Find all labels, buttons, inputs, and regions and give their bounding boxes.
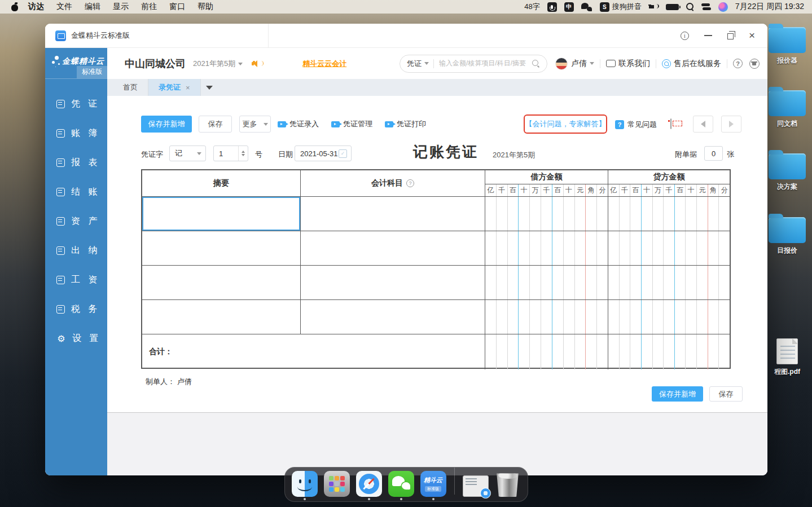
save-button[interactable]: 保存 bbox=[199, 116, 232, 133]
next-voucher-button[interactable] bbox=[721, 116, 741, 133]
faq-link[interactable]: ?常见问题 bbox=[615, 120, 657, 130]
digit-cell[interactable] bbox=[719, 266, 730, 299]
digit-cell[interactable] bbox=[497, 300, 508, 334]
digit-cell[interactable] bbox=[697, 231, 708, 265]
wechat-icon[interactable] bbox=[581, 3, 592, 11]
date-input[interactable]: 2021-05-31✓ bbox=[295, 146, 352, 161]
period-selector[interactable]: 2021年第5期 bbox=[193, 59, 243, 69]
digit-cell[interactable] bbox=[530, 197, 541, 231]
dock-item-launchpad[interactable] bbox=[324, 471, 350, 497]
window-titlebar[interactable]: 金蝶精斗云标准版 i × bbox=[45, 24, 767, 48]
sidebar-item-账簿[interactable]: 账 簿 bbox=[45, 118, 107, 148]
digit-cell[interactable] bbox=[564, 300, 575, 334]
digit-cell[interactable] bbox=[497, 266, 508, 299]
digit-cell[interactable]: 角 bbox=[586, 184, 597, 196]
user-name[interactable]: 卢倩 bbox=[571, 59, 587, 69]
sidebar-item-设置[interactable]: ⚙设 置 bbox=[45, 324, 107, 353]
digit-cell[interactable]: 分 bbox=[597, 184, 608, 196]
digit-cell[interactable]: 元 bbox=[575, 184, 586, 196]
digit-cell[interactable] bbox=[575, 231, 586, 265]
more-button[interactable]: 更多 bbox=[239, 116, 271, 133]
dock-item-safari[interactable] bbox=[356, 471, 382, 497]
digit-cell[interactable]: 分 bbox=[719, 184, 730, 196]
tab-录凭证[interactable]: 录凭证× bbox=[148, 79, 201, 96]
digit-cell[interactable] bbox=[653, 300, 664, 334]
digit-cell[interactable] bbox=[552, 197, 564, 231]
digit-cell[interactable]: 角 bbox=[708, 184, 719, 196]
digit-cell[interactable] bbox=[675, 300, 686, 334]
desktop-icon-决方案[interactable]: 决方案 bbox=[763, 153, 811, 192]
digit-cell[interactable] bbox=[620, 266, 631, 299]
desktop-icon-程图.pdf[interactable]: 程图.pdf bbox=[763, 338, 811, 377]
spotlight-icon[interactable] bbox=[686, 3, 694, 11]
digit-cell[interactable]: 十 bbox=[564, 184, 575, 196]
account-cell[interactable] bbox=[301, 300, 485, 334]
digit-cell[interactable]: 百 bbox=[675, 184, 686, 196]
digit-cell[interactable] bbox=[552, 266, 564, 299]
help-icon[interactable]: ? bbox=[733, 59, 743, 68]
menu-datetime[interactable]: 7月22日 周四 19:32 bbox=[735, 2, 804, 12]
digit-cell[interactable] bbox=[642, 197, 653, 231]
digit-cell[interactable] bbox=[497, 231, 508, 265]
digit-cell[interactable]: 十 bbox=[519, 184, 530, 196]
digit-cell[interactable] bbox=[597, 334, 608, 369]
desktop-icon-目报价[interactable]: 目报价 bbox=[763, 217, 811, 255]
sidebar-item-资产[interactable]: 资 产 bbox=[45, 206, 107, 236]
save-and-new-button-bottom[interactable]: 保存并新增 bbox=[652, 386, 703, 402]
number-stepper[interactable] bbox=[238, 146, 248, 161]
digit-cell[interactable] bbox=[642, 231, 653, 265]
sidebar-item-结账[interactable]: 结 账 bbox=[45, 177, 107, 206]
digit-cell[interactable] bbox=[719, 334, 730, 369]
digit-cell[interactable]: 千 bbox=[497, 184, 508, 196]
digit-cell[interactable] bbox=[642, 300, 653, 334]
digit-cell[interactable] bbox=[653, 266, 664, 299]
search-category[interactable]: 凭证 bbox=[407, 59, 422, 69]
promo-link[interactable]: 精斗云云会计 bbox=[302, 59, 346, 69]
control-center-icon[interactable] bbox=[701, 3, 711, 11]
desktop-icon-报价器[interactable]: 报价器 bbox=[763, 27, 811, 65]
prev-voucher-button[interactable] bbox=[693, 116, 713, 133]
digit-cell[interactable] bbox=[608, 300, 620, 334]
digit-cell[interactable] bbox=[664, 231, 675, 265]
account-cell[interactable] bbox=[301, 266, 485, 299]
sidebar-item-税务[interactable]: 税 务 bbox=[45, 294, 107, 324]
digit-cell[interactable] bbox=[485, 334, 497, 369]
digit-cell[interactable] bbox=[642, 266, 653, 299]
summary-cell[interactable] bbox=[142, 197, 301, 231]
global-search[interactable]: 凭证 输入金额/核算项目/科目/摘要 bbox=[400, 55, 547, 73]
keyboard-shortcuts-icon[interactable] bbox=[670, 118, 671, 129]
digit-cell[interactable] bbox=[708, 266, 719, 299]
digit-cell[interactable]: 万 bbox=[653, 184, 664, 196]
digit-cell[interactable] bbox=[586, 334, 597, 369]
digit-cell[interactable] bbox=[686, 300, 697, 334]
digit-cell[interactable] bbox=[642, 334, 653, 369]
digit-cell[interactable] bbox=[564, 266, 575, 299]
digit-cell[interactable] bbox=[597, 231, 608, 265]
digit-cell[interactable] bbox=[719, 231, 730, 265]
digit-cell[interactable] bbox=[664, 334, 675, 369]
tab-首页[interactable]: 首页 bbox=[113, 79, 148, 96]
digit-cell[interactable] bbox=[697, 197, 708, 231]
dock-item-jdy[interactable]: 精斗云标准版 bbox=[420, 471, 446, 497]
digit-cell[interactable] bbox=[708, 334, 719, 369]
sidebar-item-报表[interactable]: 报 表 bbox=[45, 148, 107, 177]
digit-cell[interactable] bbox=[620, 197, 631, 231]
save-and-new-button[interactable]: 保存并新增 bbox=[141, 116, 192, 133]
digit-cell[interactable]: 亿 bbox=[608, 184, 620, 196]
sidebar-item-出纳[interactable]: 出 纳 bbox=[45, 236, 107, 265]
digit-cell[interactable] bbox=[575, 300, 586, 334]
window-maximize-icon[interactable] bbox=[727, 33, 734, 39]
digit-cell[interactable] bbox=[485, 300, 497, 334]
digit-cell[interactable] bbox=[497, 197, 508, 231]
digit-cell[interactable]: 元 bbox=[697, 184, 708, 196]
summary-cell[interactable] bbox=[142, 300, 301, 334]
digit-cell[interactable] bbox=[564, 197, 575, 231]
digit-cell[interactable] bbox=[653, 334, 664, 369]
digit-cell[interactable] bbox=[519, 197, 530, 231]
digit-cell[interactable] bbox=[485, 197, 497, 231]
menu-item-app[interactable]: 访达 bbox=[22, 2, 50, 12]
digit-cell[interactable]: 十 bbox=[642, 184, 653, 196]
digit-cell[interactable] bbox=[719, 300, 730, 334]
digit-cell[interactable] bbox=[708, 300, 719, 334]
dock-item-wechat[interactable] bbox=[388, 471, 414, 497]
